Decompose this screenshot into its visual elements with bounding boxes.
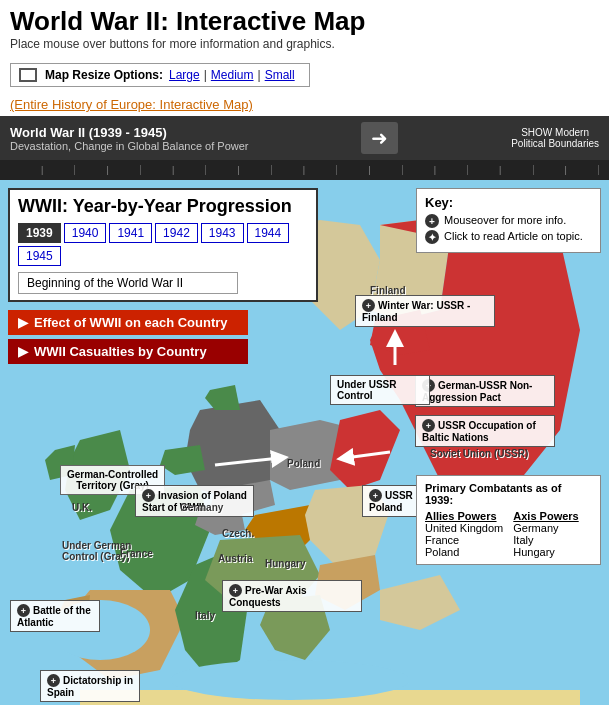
- resize-small[interactable]: Small: [265, 68, 295, 82]
- year-1944-btn[interactable]: 1944: [247, 223, 290, 243]
- axis-germany: Germany: [513, 522, 578, 534]
- svg-point-28: [170, 660, 410, 700]
- resize-medium[interactable]: Medium: [211, 68, 254, 82]
- map-area: WWII: Year-by-Year Progression 1939 1940…: [0, 180, 609, 705]
- key-title: Key:: [425, 195, 592, 210]
- france-label: France: [120, 548, 153, 559]
- page-header: World War II: Interactive Map Place mous…: [0, 0, 609, 57]
- resize-large[interactable]: Large: [169, 68, 200, 82]
- key-box: Key: + Mouseover for more info. ✦ Click …: [416, 188, 601, 253]
- axis-italy: Italy: [513, 534, 578, 546]
- casualties-button[interactable]: WWII Casualties by Country: [8, 339, 248, 364]
- allies-uk: United Kingdom: [425, 522, 503, 534]
- resize-label: Map Resize Options:: [45, 68, 163, 82]
- axis-label: Axis Powers: [513, 510, 578, 522]
- resize-icon: [19, 68, 37, 82]
- austria-label: Austria: [218, 553, 252, 564]
- mouseover-icon: +: [425, 214, 439, 228]
- combatants-title: Primary Combatants as of 1939:: [425, 482, 592, 506]
- show-boundaries-button[interactable]: SHOW Modern Political Boundaries: [511, 127, 599, 149]
- year-1945-btn[interactable]: 1945: [18, 246, 61, 266]
- key-mouseover-text: Mouseover for more info.: [444, 214, 566, 226]
- left-panel: WWII: Year-by-Year Progression 1939 1940…: [8, 188, 318, 364]
- ussr-control-callout[interactable]: Under USSR Control: [330, 375, 430, 405]
- map-subtitle: Devastation, Change in Global Balance of…: [10, 140, 248, 152]
- next-arrow-button[interactable]: ➜: [361, 122, 398, 154]
- allies-label: Allies Powers: [425, 510, 503, 522]
- year-1941-btn[interactable]: 1941: [109, 223, 152, 243]
- hungary-label: Hungary: [265, 558, 306, 569]
- main-container: World War II (1939 - 1945) Devastation, …: [0, 116, 609, 705]
- dictatorship-spain-callout[interactable]: +Dictatorship in Spain: [40, 670, 140, 702]
- germany-label: Germany: [180, 502, 223, 513]
- ussr-occupation-callout[interactable]: +USSR Occupation of Baltic Nations: [415, 415, 555, 447]
- year-buttons: 1939 1940 1941 1942 1943 1944 1945: [18, 223, 308, 266]
- italy-label: Italy: [195, 610, 215, 621]
- resize-bar: Map Resize Options: Large | Medium | Sma…: [10, 63, 310, 87]
- year-1943-btn[interactable]: 1943: [201, 223, 244, 243]
- battle-atlantic-callout[interactable]: +Battle of the Atlantic: [10, 600, 100, 632]
- wwii-title-box: WWII: Year-by-Year Progression 1939 1940…: [8, 188, 318, 302]
- soviet-union-label: Soviet Union (USSR): [430, 448, 528, 459]
- combatants-box: Primary Combatants as of 1939: Allies Po…: [416, 475, 601, 565]
- nonaggression-pact-callout[interactable]: +German-USSR Non-Aggression Pact: [415, 375, 555, 407]
- key-click-text: Click to read Article on topic.: [444, 230, 583, 242]
- page-subtitle: Place mouse over buttons for more inform…: [10, 37, 599, 51]
- year-1940-btn[interactable]: 1940: [64, 223, 107, 243]
- axis-hungary: Hungary: [513, 546, 578, 558]
- history-link[interactable]: (Entire History of Europe: Interactive M…: [10, 97, 253, 112]
- click-icon: ✦: [425, 230, 439, 244]
- wwii-section-title: WWII: Year-by-Year Progression: [18, 196, 308, 217]
- allies-france: France: [425, 534, 503, 546]
- map-header: World War II (1939 - 1945) Devastation, …: [0, 116, 609, 160]
- effect-button[interactable]: Effect of WWII on each Country: [8, 310, 248, 335]
- prewar-axis-callout[interactable]: +Pre-War Axis Conquests: [222, 580, 362, 612]
- finland-label: Finland: [370, 285, 406, 296]
- year-1939-btn[interactable]: 1939: [18, 223, 61, 243]
- map-title: World War II (1939 - 1945): [10, 125, 248, 140]
- winter-war-callout[interactable]: +Winter War: USSR - Finland: [355, 295, 495, 327]
- year-1942-btn[interactable]: 1942: [155, 223, 198, 243]
- uk-label: U.K.: [72, 502, 92, 513]
- timeline-bar: | | | | | | | | |: [0, 160, 609, 180]
- page-title: World War II: Interactive Map: [10, 6, 599, 37]
- czech-label: Czech.: [222, 528, 254, 539]
- phase-label: Beginning of the World War II: [18, 272, 238, 294]
- poland-label: Poland: [287, 458, 320, 469]
- allies-poland: Poland: [425, 546, 503, 558]
